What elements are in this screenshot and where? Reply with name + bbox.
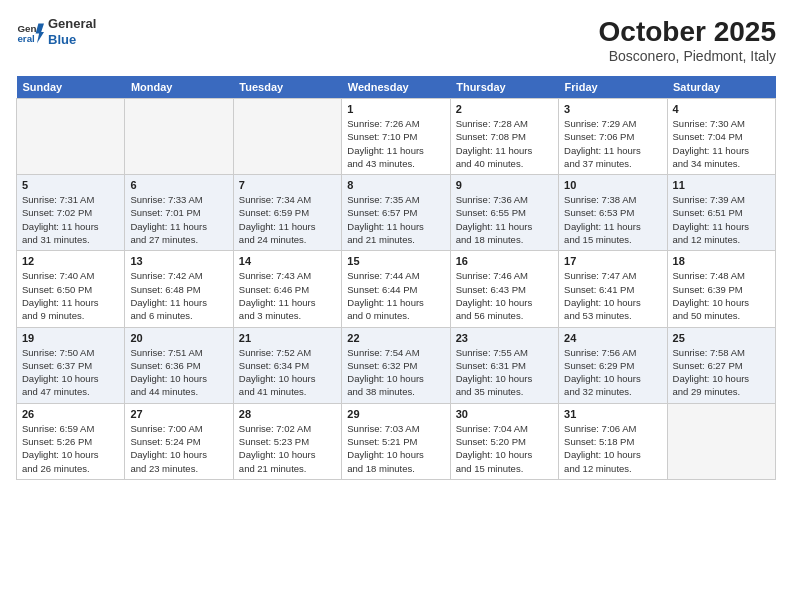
cell-info: Sunrise: 7:30 AM Sunset: 7:04 PM Dayligh… <box>673 117 770 170</box>
cell-day-number: 24 <box>564 332 661 344</box>
cell-day-number: 9 <box>456 179 553 191</box>
title-block: October 2025 Bosconero, Piedmont, Italy <box>599 16 776 64</box>
calendar-cell: 23Sunrise: 7:55 AM Sunset: 6:31 PM Dayli… <box>450 327 558 403</box>
calendar-cell: 12Sunrise: 7:40 AM Sunset: 6:50 PM Dayli… <box>17 251 125 327</box>
cell-info: Sunrise: 7:02 AM Sunset: 5:23 PM Dayligh… <box>239 422 336 475</box>
calendar-week-1: 1Sunrise: 7:26 AM Sunset: 7:10 PM Daylig… <box>17 99 776 175</box>
cell-day-number: 6 <box>130 179 227 191</box>
cell-day-number: 7 <box>239 179 336 191</box>
cell-day-number: 27 <box>130 408 227 420</box>
cell-day-number: 13 <box>130 255 227 267</box>
cell-info: Sunrise: 7:58 AM Sunset: 6:27 PM Dayligh… <box>673 346 770 399</box>
calendar-cell: 6Sunrise: 7:33 AM Sunset: 7:01 PM Daylig… <box>125 175 233 251</box>
day-header-tuesday: Tuesday <box>233 76 341 99</box>
cell-info: Sunrise: 7:35 AM Sunset: 6:57 PM Dayligh… <box>347 193 444 246</box>
cell-info: Sunrise: 7:00 AM Sunset: 5:24 PM Dayligh… <box>130 422 227 475</box>
calendar-cell: 3Sunrise: 7:29 AM Sunset: 7:06 PM Daylig… <box>559 99 667 175</box>
calendar-cell <box>233 99 341 175</box>
cell-day-number: 16 <box>456 255 553 267</box>
calendar-cell: 19Sunrise: 7:50 AM Sunset: 6:37 PM Dayli… <box>17 327 125 403</box>
cell-day-number: 22 <box>347 332 444 344</box>
cell-day-number: 29 <box>347 408 444 420</box>
calendar-cell: 10Sunrise: 7:38 AM Sunset: 6:53 PM Dayli… <box>559 175 667 251</box>
svg-text:eral: eral <box>17 32 35 43</box>
cell-day-number: 30 <box>456 408 553 420</box>
page-header: Gen eral General Blue October 2025 Bosco… <box>16 16 776 64</box>
cell-day-number: 28 <box>239 408 336 420</box>
calendar-cell <box>667 403 775 479</box>
day-header-friday: Friday <box>559 76 667 99</box>
cell-info: Sunrise: 7:26 AM Sunset: 7:10 PM Dayligh… <box>347 117 444 170</box>
day-header-sunday: Sunday <box>17 76 125 99</box>
cell-day-number: 10 <box>564 179 661 191</box>
cell-day-number: 5 <box>22 179 119 191</box>
cell-day-number: 31 <box>564 408 661 420</box>
calendar-cell: 7Sunrise: 7:34 AM Sunset: 6:59 PM Daylig… <box>233 175 341 251</box>
cell-info: Sunrise: 7:33 AM Sunset: 7:01 PM Dayligh… <box>130 193 227 246</box>
cell-day-number: 1 <box>347 103 444 115</box>
calendar-cell: 25Sunrise: 7:58 AM Sunset: 6:27 PM Dayli… <box>667 327 775 403</box>
day-header-row: SundayMondayTuesdayWednesdayThursdayFrid… <box>17 76 776 99</box>
cell-day-number: 23 <box>456 332 553 344</box>
cell-info: Sunrise: 7:43 AM Sunset: 6:46 PM Dayligh… <box>239 269 336 322</box>
cell-info: Sunrise: 7:04 AM Sunset: 5:20 PM Dayligh… <box>456 422 553 475</box>
calendar-cell: 27Sunrise: 7:00 AM Sunset: 5:24 PM Dayli… <box>125 403 233 479</box>
calendar-cell: 30Sunrise: 7:04 AM Sunset: 5:20 PM Dayli… <box>450 403 558 479</box>
cell-info: Sunrise: 7:28 AM Sunset: 7:08 PM Dayligh… <box>456 117 553 170</box>
cell-info: Sunrise: 7:29 AM Sunset: 7:06 PM Dayligh… <box>564 117 661 170</box>
cell-day-number: 26 <box>22 408 119 420</box>
cell-info: Sunrise: 7:39 AM Sunset: 6:51 PM Dayligh… <box>673 193 770 246</box>
svg-marker-2 <box>36 23 44 43</box>
calendar-cell: 11Sunrise: 7:39 AM Sunset: 6:51 PM Dayli… <box>667 175 775 251</box>
calendar-week-3: 12Sunrise: 7:40 AM Sunset: 6:50 PM Dayli… <box>17 251 776 327</box>
cell-day-number: 12 <box>22 255 119 267</box>
calendar-cell: 31Sunrise: 7:06 AM Sunset: 5:18 PM Dayli… <box>559 403 667 479</box>
cell-day-number: 11 <box>673 179 770 191</box>
logo-text: General Blue <box>48 16 96 47</box>
calendar-cell: 26Sunrise: 6:59 AM Sunset: 5:26 PM Dayli… <box>17 403 125 479</box>
cell-info: Sunrise: 7:36 AM Sunset: 6:55 PM Dayligh… <box>456 193 553 246</box>
cell-info: Sunrise: 7:48 AM Sunset: 6:39 PM Dayligh… <box>673 269 770 322</box>
calendar-week-5: 26Sunrise: 6:59 AM Sunset: 5:26 PM Dayli… <box>17 403 776 479</box>
calendar-cell: 14Sunrise: 7:43 AM Sunset: 6:46 PM Dayli… <box>233 251 341 327</box>
cell-info: Sunrise: 7:46 AM Sunset: 6:43 PM Dayligh… <box>456 269 553 322</box>
cell-day-number: 17 <box>564 255 661 267</box>
logo-blue: Blue <box>48 32 96 48</box>
calendar-cell <box>125 99 233 175</box>
calendar-cell: 21Sunrise: 7:52 AM Sunset: 6:34 PM Dayli… <box>233 327 341 403</box>
calendar-cell: 1Sunrise: 7:26 AM Sunset: 7:10 PM Daylig… <box>342 99 450 175</box>
calendar-cell <box>17 99 125 175</box>
day-header-wednesday: Wednesday <box>342 76 450 99</box>
calendar-cell: 5Sunrise: 7:31 AM Sunset: 7:02 PM Daylig… <box>17 175 125 251</box>
calendar-cell: 20Sunrise: 7:51 AM Sunset: 6:36 PM Dayli… <box>125 327 233 403</box>
calendar-title: October 2025 <box>599 16 776 48</box>
cell-info: Sunrise: 7:34 AM Sunset: 6:59 PM Dayligh… <box>239 193 336 246</box>
cell-day-number: 21 <box>239 332 336 344</box>
cell-info: Sunrise: 7:38 AM Sunset: 6:53 PM Dayligh… <box>564 193 661 246</box>
cell-day-number: 14 <box>239 255 336 267</box>
calendar-cell: 2Sunrise: 7:28 AM Sunset: 7:08 PM Daylig… <box>450 99 558 175</box>
calendar-cell: 15Sunrise: 7:44 AM Sunset: 6:44 PM Dayli… <box>342 251 450 327</box>
calendar-table: SundayMondayTuesdayWednesdayThursdayFrid… <box>16 76 776 480</box>
day-header-thursday: Thursday <box>450 76 558 99</box>
day-header-saturday: Saturday <box>667 76 775 99</box>
calendar-cell: 13Sunrise: 7:42 AM Sunset: 6:48 PM Dayli… <box>125 251 233 327</box>
cell-info: Sunrise: 7:06 AM Sunset: 5:18 PM Dayligh… <box>564 422 661 475</box>
calendar-cell: 16Sunrise: 7:46 AM Sunset: 6:43 PM Dayli… <box>450 251 558 327</box>
calendar-cell: 18Sunrise: 7:48 AM Sunset: 6:39 PM Dayli… <box>667 251 775 327</box>
calendar-cell: 28Sunrise: 7:02 AM Sunset: 5:23 PM Dayli… <box>233 403 341 479</box>
logo: Gen eral General Blue <box>16 16 96 47</box>
cell-info: Sunrise: 7:47 AM Sunset: 6:41 PM Dayligh… <box>564 269 661 322</box>
cell-day-number: 4 <box>673 103 770 115</box>
logo-icon: Gen eral <box>16 18 44 46</box>
cell-day-number: 20 <box>130 332 227 344</box>
calendar-cell: 22Sunrise: 7:54 AM Sunset: 6:32 PM Dayli… <box>342 327 450 403</box>
cell-info: Sunrise: 7:55 AM Sunset: 6:31 PM Dayligh… <box>456 346 553 399</box>
calendar-cell: 9Sunrise: 7:36 AM Sunset: 6:55 PM Daylig… <box>450 175 558 251</box>
cell-day-number: 18 <box>673 255 770 267</box>
calendar-subtitle: Bosconero, Piedmont, Italy <box>599 48 776 64</box>
cell-info: Sunrise: 7:52 AM Sunset: 6:34 PM Dayligh… <box>239 346 336 399</box>
cell-info: Sunrise: 7:31 AM Sunset: 7:02 PM Dayligh… <box>22 193 119 246</box>
day-header-monday: Monday <box>125 76 233 99</box>
calendar-cell: 24Sunrise: 7:56 AM Sunset: 6:29 PM Dayli… <box>559 327 667 403</box>
